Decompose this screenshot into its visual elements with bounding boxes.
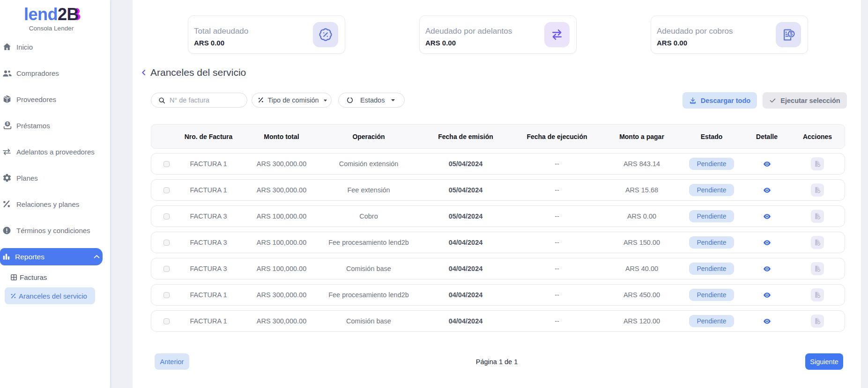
svg-text:$: $	[790, 31, 793, 36]
svg-text:$: $	[7, 122, 9, 126]
